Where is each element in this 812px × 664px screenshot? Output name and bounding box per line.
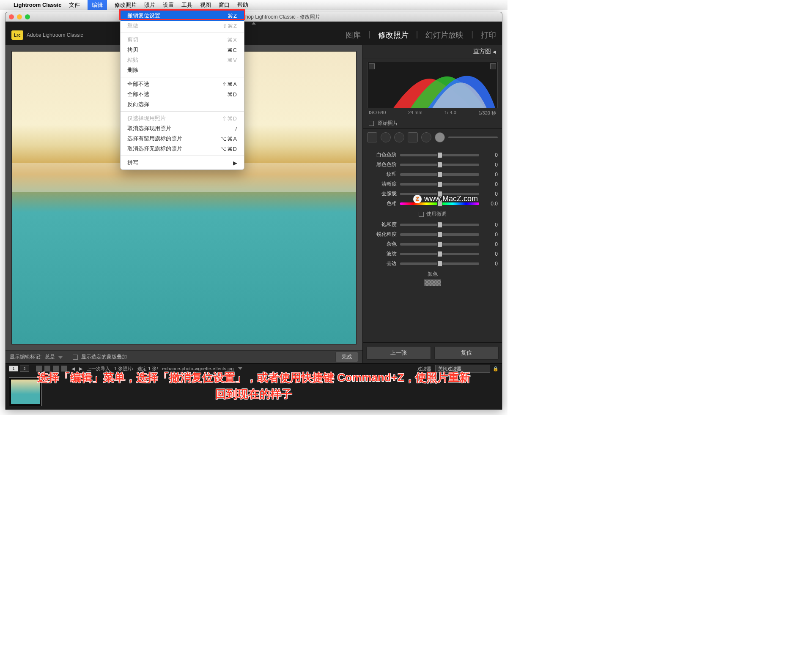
tool-mini-slider[interactable] (448, 137, 498, 138)
menu-file[interactable]: 文件 (69, 1, 80, 9)
grid-view-icon[interactable] (36, 366, 42, 372)
filter-select[interactable]: 关闭过滤器 (435, 365, 490, 373)
slider-value[interactable]: 0 (483, 162, 498, 168)
compare-view-icon[interactable] (53, 366, 59, 372)
nav-prev-icon[interactable]: ◀ (71, 366, 75, 372)
panel-collapse-up-icon[interactable] (252, 22, 256, 25)
app-window: Adobe Photoshop Lightroom Classic - 修改照片… (5, 12, 502, 410)
module-develop[interactable]: 修改照片 (378, 30, 409, 40)
menu-item[interactable]: 取消选择无旗标的照片⌥⌘D (121, 144, 244, 154)
filter-label: 过滤器: (417, 366, 433, 372)
menu-edit[interactable]: 编辑 (88, 0, 107, 10)
original-photo-row[interactable]: 原始照片 (363, 118, 502, 129)
window-close-button[interactable] (9, 14, 14, 19)
slider-track[interactable] (400, 183, 479, 186)
original-checkbox[interactable] (369, 121, 374, 126)
slider-thumb[interactable] (437, 261, 442, 267)
slider-track[interactable] (400, 262, 479, 265)
redeye-tool-icon[interactable] (394, 132, 404, 142)
crop-tool-icon[interactable] (367, 132, 377, 142)
menu-view[interactable]: 视图 (200, 1, 211, 9)
spot-tool-icon[interactable] (381, 132, 391, 142)
reset-button[interactable]: 复位 (434, 346, 499, 360)
slider-value[interactable]: 0 (483, 172, 498, 178)
menu-item[interactable]: 选择有留用旗标的照片⌥⌘A (121, 134, 244, 144)
slider-row: 纹理0 (367, 171, 498, 178)
menu-item[interactable]: 取消选择现用照片/ (121, 123, 244, 134)
gradient-tool-icon[interactable] (408, 132, 418, 142)
menu-item[interactable]: 全部不选⇧⌘A (121, 79, 244, 89)
screen-2-button[interactable]: 2 (20, 366, 29, 372)
menu-item-label: 重做 (127, 22, 138, 30)
fs-breadcrumb[interactable]: 上一次导入 (87, 366, 110, 372)
menu-photo[interactable]: 照片 (144, 1, 155, 9)
done-button[interactable]: 完成 (335, 352, 358, 362)
radial-tool-icon[interactable] (421, 132, 431, 142)
menu-item[interactable]: 全部不选⌘D (121, 89, 244, 99)
slider-thumb[interactable] (437, 222, 442, 228)
slider-thumb[interactable] (437, 181, 442, 187)
module-slideshow[interactable]: 幻灯片放映 (425, 30, 464, 40)
survey-view-icon[interactable] (61, 366, 67, 372)
slider-label: 波纹 (367, 250, 397, 257)
slider-track[interactable] (400, 224, 479, 226)
lr-logo-icon: Lrc (11, 30, 23, 40)
slider-value[interactable]: 0 (483, 251, 498, 257)
slider-thumb[interactable] (437, 232, 442, 238)
mask-overlay-checkbox[interactable] (73, 355, 78, 360)
menu-settings[interactable]: 设置 (163, 1, 174, 9)
slider-value[interactable]: 0 (483, 261, 498, 267)
brush-tool-icon[interactable] (435, 132, 445, 142)
slider-value[interactable]: 0 (483, 191, 498, 197)
slider-thumb[interactable] (437, 241, 442, 247)
slider-thumb[interactable] (437, 162, 442, 168)
menu-item[interactable]: 反向选择 (121, 99, 244, 109)
window-zoom-button[interactable] (25, 14, 30, 19)
slider-thumb[interactable] (437, 251, 442, 257)
menu-item[interactable]: 拷贝⌘C (121, 45, 244, 55)
slider-track[interactable] (400, 173, 479, 176)
slider-value[interactable]: 0 (483, 241, 498, 247)
menu-item[interactable]: 拼写▶ (121, 158, 244, 168)
histogram-title: 直方图 ◀ (363, 45, 502, 58)
slider-value[interactable]: 0 (483, 222, 498, 228)
chevron-down-icon[interactable] (58, 356, 63, 359)
filmstrip-thumbnail[interactable] (9, 377, 42, 406)
menu-window[interactable]: 窗口 (219, 1, 230, 9)
histogram[interactable] (367, 62, 498, 108)
slider-track[interactable] (400, 233, 479, 236)
menu-help[interactable]: 帮助 (237, 1, 248, 9)
slider-value[interactable]: 0 (483, 181, 498, 187)
menu-app-name[interactable]: Lightroom Classic (14, 2, 61, 8)
chevron-down-icon[interactable] (238, 367, 242, 370)
menu-item[interactable]: 撤销复位设置⌘Z (121, 11, 244, 21)
highlight-clip-icon[interactable] (490, 63, 496, 69)
screen-1-button[interactable]: 1 (9, 366, 18, 372)
nav-next-icon[interactable]: ▶ (79, 366, 82, 372)
finetune-checkbox[interactable] (419, 212, 424, 217)
menu-item[interactable]: 删除 (121, 65, 244, 75)
slider-track[interactable] (400, 253, 479, 255)
edit-marks-mode[interactable]: 总是 (45, 353, 55, 361)
filter-lock-icon[interactable]: 🔒 (493, 366, 499, 372)
slider-value[interactable]: 0 (483, 152, 498, 158)
prev-button[interactable]: 上一张 (366, 346, 431, 360)
slider-value[interactable]: 0 (483, 232, 498, 238)
color-swatch[interactable] (424, 279, 441, 286)
slider-thumb[interactable] (437, 172, 442, 178)
window-minimize-button[interactable] (17, 14, 22, 19)
menu-tools[interactable]: 工具 (181, 1, 192, 9)
menu-item-label: 取消选择现用照片 (127, 125, 171, 132)
loupe-view-icon[interactable] (44, 366, 50, 372)
mac-menu-bar: Lightroom Classic 文件 编辑 修改照片 照片 设置 工具 视图… (0, 0, 508, 10)
menu-develop[interactable]: 修改照片 (115, 1, 137, 9)
finetune-row[interactable]: 使用微调 (367, 210, 498, 218)
slider-track[interactable] (400, 243, 479, 246)
shadow-clip-icon[interactable] (369, 63, 375, 69)
slider-track[interactable] (400, 154, 479, 156)
slider-thumb[interactable] (437, 152, 442, 158)
module-print[interactable]: 打印 (481, 30, 496, 40)
module-library[interactable]: 图库 (346, 30, 361, 40)
slider-value[interactable]: 0.0 (483, 201, 498, 207)
slider-track[interactable] (400, 164, 479, 166)
